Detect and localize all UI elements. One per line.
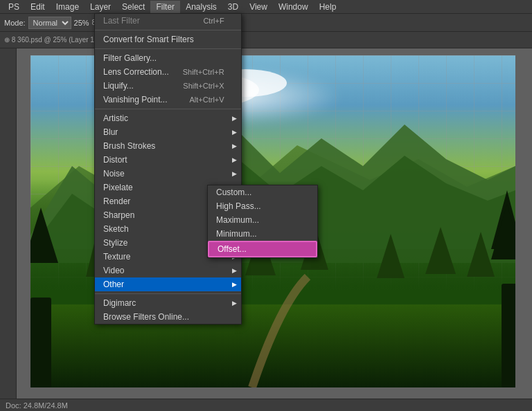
menu-view[interactable]: View <box>244 1 273 13</box>
filter-lens[interactable]: Lens Correction... Shift+Ctrl+R <box>95 65 241 79</box>
filter-digimarc-label: Digimarc <box>103 298 136 308</box>
menu-3d[interactable]: 3D <box>222 1 244 13</box>
filter-vanishing-shortcut: Alt+Ctrl+V <box>190 95 224 104</box>
filter-artistic[interactable]: Artistic <box>95 111 241 125</box>
status-text: Doc: 24.8M/24.8M <box>6 401 68 410</box>
zoom-level: 25% <box>74 19 89 27</box>
toolbox <box>0 48 17 411</box>
filter-other-label: Other <box>103 280 124 289</box>
other-minimum[interactable]: Minimum... <box>208 227 317 241</box>
filter-gallery-label: Filter Gallery... <box>103 53 157 63</box>
filter-noise[interactable]: Noise <box>95 167 241 181</box>
divider-4 <box>95 293 241 294</box>
menu-edit[interactable]: Edit <box>25 1 51 13</box>
filter-gallery[interactable]: Filter Gallery... <box>95 51 241 65</box>
filter-browse[interactable]: Browse Filters Online... <box>95 310 241 324</box>
divider-2 <box>95 48 241 49</box>
filter-other[interactable]: Other <box>95 277 241 291</box>
other-offset-label: Offset... <box>218 244 247 254</box>
filter-artistic-label: Artistic <box>103 113 128 123</box>
options-bar: ⊕ 8 360.psd @ 25% (Layer 10, RGB/8) <box>0 32 532 48</box>
filter-last-label: Last Filter <box>103 16 140 26</box>
svg-rect-16 <box>502 284 515 387</box>
filter-sharpen-label: Sharpen <box>103 210 134 220</box>
menu-select[interactable]: Select <box>116 1 150 13</box>
menu-help[interactable]: Help <box>314 1 342 13</box>
menu-window[interactable]: Window <box>273 1 314 13</box>
other-minimum-label: Minimum... <box>216 229 257 239</box>
menu-layer[interactable]: Layer <box>85 1 116 13</box>
filter-vanishing[interactable]: Vanishing Point... Alt+Ctrl+V <box>95 93 241 107</box>
menu-analysis[interactable]: Analysis <box>180 1 222 13</box>
other-submenu: Custom... High Pass... Maximum... Minimu… <box>207 185 318 258</box>
svg-rect-14 <box>30 298 51 387</box>
filter-last[interactable]: Last Filter Ctrl+F <box>95 14 241 28</box>
menu-filter[interactable]: Filter <box>150 1 180 13</box>
filter-brush-label: Brush Strokes <box>103 141 155 151</box>
filter-lens-label: Lens Correction... <box>103 67 169 77</box>
filter-blur[interactable]: Blur <box>95 125 241 139</box>
filter-vanishing-label: Vanishing Point... <box>103 95 168 104</box>
filter-sketch-label: Sketch <box>103 224 129 234</box>
menu-image[interactable]: Image <box>51 1 85 13</box>
other-maximum[interactable]: Maximum... <box>208 213 317 227</box>
filter-brush[interactable]: Brush Strokes <box>95 139 241 153</box>
other-offset[interactable]: Offset... <box>208 241 317 257</box>
filter-browse-label: Browse Filters Online... <box>103 312 189 322</box>
filter-render-label: Render <box>103 197 130 206</box>
divider-1 <box>95 30 241 30</box>
filter-last-shortcut: Ctrl+F <box>203 17 224 25</box>
mode-select[interactable]: Normal <box>28 17 71 29</box>
filter-liquify-shortcut: Shift+Ctrl+X <box>183 82 224 90</box>
filter-noise-label: Noise <box>103 169 125 179</box>
statusbar: Doc: 24.8M/24.8M <box>0 399 532 411</box>
filter-pixelate-label: Pixelate <box>103 183 133 192</box>
filter-distort[interactable]: Distort <box>95 153 241 167</box>
other-highpass-label: High Pass... <box>216 201 261 211</box>
other-highpass[interactable]: High Pass... <box>208 199 317 213</box>
filter-video[interactable]: Video <box>95 264 241 277</box>
mode-label: Mode: <box>4 19 26 27</box>
filter-liquify[interactable]: Liquify... Shift+Ctrl+X <box>95 79 241 93</box>
other-custom[interactable]: Custom... <box>208 185 317 199</box>
filter-smart[interactable]: Convert for Smart Filters <box>95 33 241 46</box>
filter-smart-label: Convert for Smart Filters <box>103 35 194 44</box>
filter-liquify-label: Liquify... <box>103 81 134 91</box>
filter-blur-label: Blur <box>103 127 118 137</box>
menubar: PS Edit Image Layer Select Filter Analys… <box>0 0 532 14</box>
other-maximum-label: Maximum... <box>216 215 259 225</box>
filter-menu: Last Filter Ctrl+F Convert for Smart Fil… <box>94 13 242 325</box>
filter-stylize-label: Stylize <box>103 238 127 248</box>
filter-distort-label: Distort <box>103 155 127 165</box>
filter-texture-label: Texture <box>103 252 130 262</box>
other-custom-label: Custom... <box>216 188 251 197</box>
filter-digimarc[interactable]: Digimarc <box>95 296 241 310</box>
filter-video-label: Video <box>103 266 124 275</box>
filter-lens-shortcut: Shift+Ctrl+R <box>183 68 224 76</box>
divider-3 <box>95 109 241 109</box>
toolbar: Mode: Normal 25% 8 360.psd @ 25% (Layer … <box>0 14 532 32</box>
menu-ps[interactable]: PS <box>3 1 25 13</box>
